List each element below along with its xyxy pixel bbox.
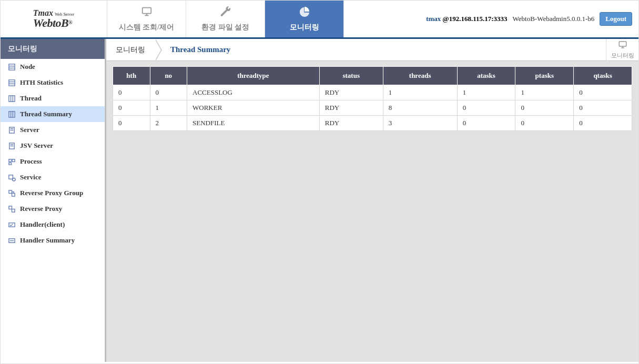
table-cell: RDY bbox=[319, 116, 383, 131]
svg-rect-28 bbox=[9, 206, 12, 209]
sidebar-item-node[interactable]: Node bbox=[1, 59, 105, 75]
table-cell: 0 bbox=[515, 100, 574, 116]
sidebar: 모니터링 NodeHTH StatisticsThreadThread Summ… bbox=[1, 39, 105, 362]
user-name: tmax bbox=[426, 15, 441, 23]
wrench-icon bbox=[220, 6, 231, 19]
table-row[interactable]: 00ACCESSLOGRDY1110 bbox=[113, 85, 632, 100]
table-cell: SENDFILE bbox=[187, 116, 320, 131]
breadcrumb: 모니터링 Thread Summary 모니터링 bbox=[106, 39, 638, 61]
sidebar-item-hth-statistics[interactable]: HTH Statistics bbox=[1, 75, 105, 90]
app-version: WebtoB-Webadmin5.0.0.1-b6 bbox=[513, 15, 595, 23]
thread-summary-table: hthnothreadtypestatusthreadsatasksptasks… bbox=[113, 66, 632, 131]
sidebar-item-label: Server bbox=[20, 126, 39, 134]
table-cell: RDY bbox=[319, 85, 383, 100]
logo-registered: ® bbox=[68, 19, 72, 25]
menu-item-icon bbox=[8, 142, 16, 150]
main-tabs: 시스템 조회/제어 환경 파일 설정 모니터링 bbox=[107, 1, 344, 37]
sidebar-item-label: Reverse Proxy Group bbox=[20, 189, 83, 197]
svg-rect-3 bbox=[9, 64, 15, 69]
table-cell: 1 bbox=[383, 85, 457, 100]
menu-item-icon bbox=[8, 174, 16, 181]
menu-item-icon bbox=[8, 189, 16, 197]
sidebar-item-label: Service bbox=[20, 173, 41, 181]
svg-rect-26 bbox=[9, 190, 12, 193]
svg-point-25 bbox=[12, 178, 15, 181]
svg-rect-21 bbox=[9, 159, 12, 161]
table-cell: 0 bbox=[574, 100, 632, 116]
table-cell: 1 bbox=[150, 100, 187, 116]
menu-item-icon bbox=[8, 110, 16, 118]
svg-rect-27 bbox=[12, 193, 15, 196]
sidebar-item-label: Handler Summary bbox=[20, 236, 75, 245]
tab-label: 시스템 조회/제어 bbox=[119, 23, 174, 32]
menu-item-icon bbox=[8, 63, 16, 71]
menu-item-icon bbox=[8, 205, 16, 213]
sidebar-item-label: Reverse Proxy bbox=[20, 205, 62, 213]
sidebar-item-label: Process bbox=[20, 157, 42, 166]
svg-rect-23 bbox=[9, 163, 12, 165]
table-cell: RDY bbox=[319, 100, 383, 116]
table-row[interactable]: 01WORKERRDY8000 bbox=[113, 100, 632, 116]
table-cell: 0 bbox=[150, 85, 187, 100]
table-row[interactable]: 02SENDFILERDY3000 bbox=[113, 116, 632, 131]
sidebar-item-reverse-proxy[interactable]: Reverse Proxy bbox=[1, 201, 105, 217]
menu-item-icon bbox=[8, 79, 16, 87]
table-cell: ACCESSLOG bbox=[187, 85, 320, 100]
svg-rect-0 bbox=[142, 8, 151, 14]
sidebar-item-handler-summary[interactable]: Handler Summary bbox=[1, 232, 105, 248]
col-atasks: atasks bbox=[457, 67, 515, 85]
table-cell: 0 bbox=[113, 116, 150, 131]
sidebar-item-label: HTH Statistics bbox=[20, 78, 63, 87]
logout-button[interactable]: Logout bbox=[600, 12, 632, 26]
sidebar-item-jsv-server[interactable]: JSV Server bbox=[1, 138, 105, 154]
app-header: TmaxWeb Server WebtoB® 시스템 조회/제어 환경 파일 설… bbox=[1, 1, 638, 39]
sidebar-item-reverse-proxy-group[interactable]: Reverse Proxy Group bbox=[1, 185, 105, 201]
table-cell: 0 bbox=[113, 85, 150, 100]
menu-item-icon bbox=[8, 158, 16, 166]
sidebar-item-service[interactable]: Service bbox=[1, 169, 105, 185]
sidebar-item-handler-client-[interactable]: Handler(client) bbox=[1, 217, 105, 232]
menu-item-icon bbox=[8, 95, 16, 103]
sidebar-item-thread[interactable]: Thread bbox=[1, 90, 105, 106]
svg-rect-22 bbox=[12, 159, 15, 161]
sidebar-item-label: Thread bbox=[20, 94, 42, 103]
tab-config[interactable]: 환경 파일 설정 bbox=[186, 1, 265, 37]
menu-item-icon bbox=[8, 237, 16, 245]
table-cell: 1 bbox=[515, 85, 574, 100]
sidebar-item-label: Thread Summary bbox=[20, 110, 72, 118]
table-cell: 2 bbox=[150, 116, 187, 131]
logo: TmaxWeb Server WebtoB® bbox=[1, 1, 107, 37]
menu-item-icon bbox=[8, 126, 16, 134]
sidebar-item-label: Node bbox=[20, 63, 35, 71]
monitor-icon bbox=[141, 6, 153, 19]
table-cell: 0 bbox=[457, 100, 515, 116]
sidebar-item-server[interactable]: Server bbox=[1, 122, 105, 138]
breadcrumb-root[interactable]: 모니터링 bbox=[106, 39, 155, 60]
table-cell: 8 bbox=[383, 100, 457, 116]
table-cell: 0 bbox=[574, 85, 632, 100]
tab-system[interactable]: 시스템 조회/제어 bbox=[107, 1, 186, 37]
tab-label: 환경 파일 설정 bbox=[201, 23, 249, 32]
col-no: no bbox=[150, 67, 187, 85]
content-area: 모니터링 Thread Summary 모니터링 hthnothreadtype… bbox=[105, 39, 638, 362]
table-cell: WORKER bbox=[187, 100, 320, 116]
table-cell: 1 bbox=[457, 85, 515, 100]
svg-rect-29 bbox=[12, 209, 15, 212]
server-address: @192.168.115.17:3333 bbox=[443, 15, 508, 23]
tab-label: 모니터링 bbox=[290, 23, 319, 32]
table-cell: 0 bbox=[113, 100, 150, 116]
header-right: tmax @192.168.115.17:3333 WebtoB-Webadmi… bbox=[344, 1, 638, 37]
svg-rect-24 bbox=[9, 175, 13, 179]
sidebar-item-thread-summary[interactable]: Thread Summary bbox=[1, 106, 105, 122]
breadcrumb-current: Thread Summary bbox=[155, 39, 240, 60]
table-cell: 3 bbox=[383, 116, 457, 131]
sidebar-item-label: JSV Server bbox=[20, 141, 53, 150]
sidebar-item-process[interactable]: Process bbox=[1, 154, 105, 169]
sidebar-title: 모니터링 bbox=[1, 39, 105, 59]
svg-rect-9 bbox=[9, 95, 15, 101]
breadcrumb-monitor-button[interactable]: 모니터링 bbox=[606, 39, 638, 60]
menu-item-icon bbox=[8, 221, 16, 229]
tab-monitoring[interactable]: 모니터링 bbox=[265, 1, 344, 37]
table-cell: 0 bbox=[574, 116, 632, 131]
col-hth: hth bbox=[113, 67, 150, 85]
